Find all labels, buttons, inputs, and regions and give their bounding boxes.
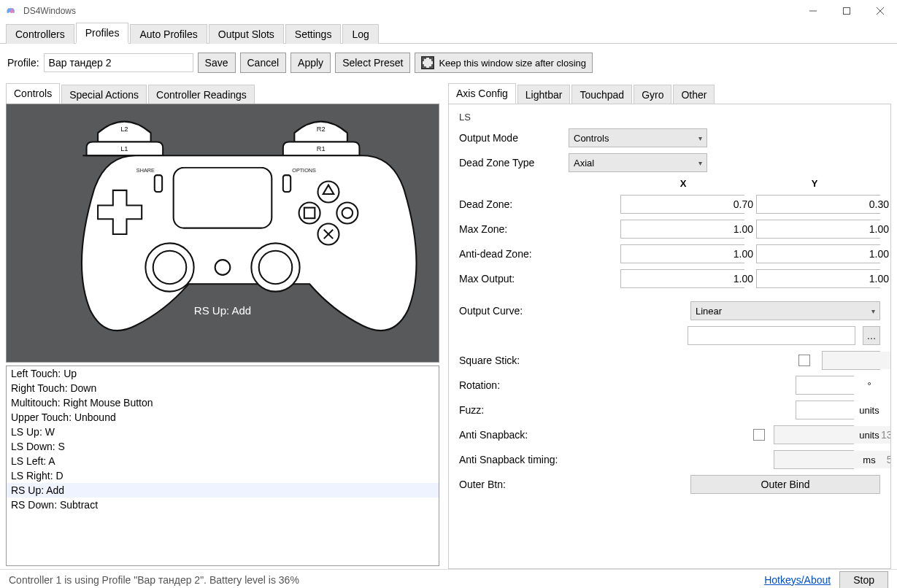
subtab-controller-readings[interactable]: Controller Readings bbox=[148, 85, 255, 104]
rotation-label: Rotation: bbox=[459, 379, 561, 391]
maxoutput-x-spinner[interactable]: ▲▼ bbox=[620, 269, 744, 288]
outer-btn-label: Outer Btn: bbox=[459, 479, 561, 490]
profile-label: Profile: bbox=[7, 57, 39, 69]
maxoutput-label: Max Output: bbox=[459, 273, 561, 285]
close-button[interactable] bbox=[863, 0, 897, 22]
svg-text:R1: R1 bbox=[317, 145, 326, 152]
select-preset-button[interactable]: Select Preset bbox=[335, 53, 410, 73]
list-item[interactable]: LS Left: A bbox=[7, 454, 439, 468]
controller-diagram[interactable]: L2 L1 R2 R1 SHARE OPTIONS RS Up: Add bbox=[6, 104, 439, 363]
deadzone-type-dropdown[interactable]: Axial ▾ bbox=[569, 153, 707, 172]
list-item[interactable]: Upper Touch: Unbound bbox=[7, 410, 439, 425]
chevron-down-icon: ▾ bbox=[698, 159, 702, 167]
output-curve-browse-button[interactable]: … bbox=[863, 326, 880, 345]
svg-text:SHARE: SHARE bbox=[136, 167, 155, 174]
mapping-list[interactable]: Left Touch: Up Right Touch: Down Multito… bbox=[6, 365, 439, 566]
svg-text:R2: R2 bbox=[317, 125, 326, 133]
outer-bind-button[interactable]: Outer Bind bbox=[690, 475, 880, 494]
profile-toolbar: Profile: Save Cancel Apply Select Preset… bbox=[0, 44, 897, 82]
list-item[interactable]: RS Down: Subtract bbox=[7, 498, 439, 512]
list-item[interactable]: Right Touch: Down bbox=[7, 381, 439, 395]
keep-size-toggle[interactable]: Keep this window size after closing bbox=[415, 53, 593, 73]
chevron-down-icon: ▾ bbox=[698, 134, 702, 142]
maxzone-x-spinner[interactable]: ▲▼ bbox=[620, 220, 744, 239]
list-item[interactable]: Left Touch: Up bbox=[7, 366, 439, 381]
list-item[interactable]: RS Up: Add bbox=[7, 483, 439, 498]
output-curve-dropdown[interactable]: Linear ▾ bbox=[690, 301, 880, 320]
subtab-other[interactable]: Other bbox=[673, 85, 715, 104]
output-mode-label: Output Mode bbox=[459, 132, 561, 144]
subtab-gyro[interactable]: Gyro bbox=[634, 85, 671, 104]
maxoutput-y-spinner[interactable]: ▲▼ bbox=[756, 269, 880, 288]
subtab-axis-config[interactable]: Axis Config bbox=[448, 83, 516, 104]
svg-point-9 bbox=[336, 202, 358, 223]
mapping-hint: RS Up: Add bbox=[194, 304, 251, 317]
app-icon bbox=[6, 4, 18, 18]
anti-snapback-label: Anti Snapback: bbox=[459, 429, 561, 441]
deadzone-x-spinner[interactable]: ▲▼ bbox=[620, 195, 744, 214]
svg-text:L1: L1 bbox=[120, 145, 128, 152]
anti-snapback-timing-label: Anti Snapback timing: bbox=[459, 454, 590, 465]
subtab-touchpad[interactable]: Touchpad bbox=[571, 85, 632, 104]
square-stick-spinner[interactable]: ▲▼ bbox=[822, 351, 880, 370]
save-button[interactable]: Save bbox=[198, 53, 236, 73]
window-title: DS4Windows bbox=[23, 6, 76, 16]
axis-config-panel: LS Output Mode Controls ▾ Dead Zone Type… bbox=[448, 104, 891, 569]
svg-text:OPTIONS: OPTIONS bbox=[292, 167, 316, 174]
stop-button[interactable]: Stop bbox=[839, 571, 888, 589]
deadzone-type-label: Dead Zone Type bbox=[459, 157, 561, 169]
anti-snapback-checkbox[interactable] bbox=[753, 429, 765, 441]
apply-button[interactable]: Apply bbox=[290, 53, 331, 73]
tab-settings[interactable]: Settings bbox=[285, 24, 342, 44]
svg-rect-1 bbox=[844, 8, 850, 15]
tab-auto-profiles[interactable]: Auto Profiles bbox=[130, 24, 207, 44]
anti-snapback-spinner[interactable]: ▲▼ bbox=[774, 425, 854, 444]
tab-profiles[interactable]: Profiles bbox=[76, 23, 129, 44]
statusbar: Controller 1 is using Profile "Вар танде… bbox=[0, 569, 897, 588]
square-stick-label: Square Stick: bbox=[459, 355, 561, 366]
tab-output-slots[interactable]: Output Slots bbox=[209, 24, 284, 44]
output-curve-text[interactable] bbox=[688, 326, 855, 345]
svg-point-15 bbox=[153, 251, 187, 285]
antidead-y-spinner[interactable]: ▲▼ bbox=[756, 244, 880, 263]
right-sub-tabs: Axis Config Lightbar Touchpad Gyro Other bbox=[445, 82, 894, 104]
svg-point-7 bbox=[299, 202, 320, 223]
tab-log[interactable]: Log bbox=[342, 24, 378, 44]
hotkeys-about-link[interactable]: Hotkeys/About bbox=[764, 574, 831, 586]
anti-snapback-timing-spinner[interactable]: ▲▼ bbox=[774, 450, 854, 469]
expand-icon bbox=[421, 56, 434, 69]
rotation-spinner[interactable]: ▲▼ bbox=[796, 376, 854, 395]
antidead-x-spinner[interactable]: ▲▼ bbox=[620, 244, 744, 263]
fuzz-spinner[interactable]: ▲▼ bbox=[796, 401, 854, 419]
profile-name-input[interactable] bbox=[44, 53, 193, 72]
group-ls: LS bbox=[459, 112, 880, 123]
list-item[interactable]: LS Up: W bbox=[7, 425, 439, 439]
maxzone-y-spinner[interactable]: ▲▼ bbox=[756, 220, 880, 239]
subtab-controls[interactable]: Controls bbox=[6, 83, 60, 104]
square-stick-checkbox[interactable] bbox=[798, 355, 810, 366]
deadzone-y-spinner[interactable]: ▲▼ bbox=[756, 195, 880, 214]
svg-rect-13 bbox=[283, 175, 290, 192]
maxzone-label: Max Zone: bbox=[459, 223, 561, 235]
list-item[interactable]: LS Right: D bbox=[7, 468, 439, 483]
maximize-button[interactable] bbox=[830, 0, 863, 22]
list-item[interactable]: Multitouch: Right Mouse Button bbox=[7, 395, 439, 410]
cancel-button[interactable]: Cancel bbox=[240, 53, 287, 73]
fuzz-label: Fuzz: bbox=[459, 404, 561, 416]
list-item[interactable]: LS Down: S bbox=[7, 439, 439, 454]
minimize-button[interactable] bbox=[796, 0, 830, 22]
svg-rect-4 bbox=[174, 168, 272, 228]
svg-point-17 bbox=[259, 251, 293, 285]
antidead-label: Anti-dead Zone: bbox=[459, 248, 561, 260]
top-tabs: Controllers Profiles Auto Profiles Outpu… bbox=[0, 22, 897, 44]
left-sub-tabs: Controls Special Actions Controller Read… bbox=[3, 82, 442, 104]
svg-rect-5 bbox=[177, 158, 268, 166]
subtab-special-actions[interactable]: Special Actions bbox=[61, 85, 147, 104]
controller-svg: L2 L1 R2 R1 SHARE OPTIONS bbox=[11, 109, 434, 336]
output-mode-dropdown[interactable]: Controls ▾ bbox=[569, 128, 707, 147]
titlebar: DS4Windows bbox=[0, 0, 897, 22]
status-text: Controller 1 is using Profile "Вар танде… bbox=[9, 574, 299, 586]
y-header: Y bbox=[749, 178, 880, 189]
subtab-lightbar[interactable]: Lightbar bbox=[517, 85, 571, 104]
tab-controllers[interactable]: Controllers bbox=[6, 24, 74, 44]
